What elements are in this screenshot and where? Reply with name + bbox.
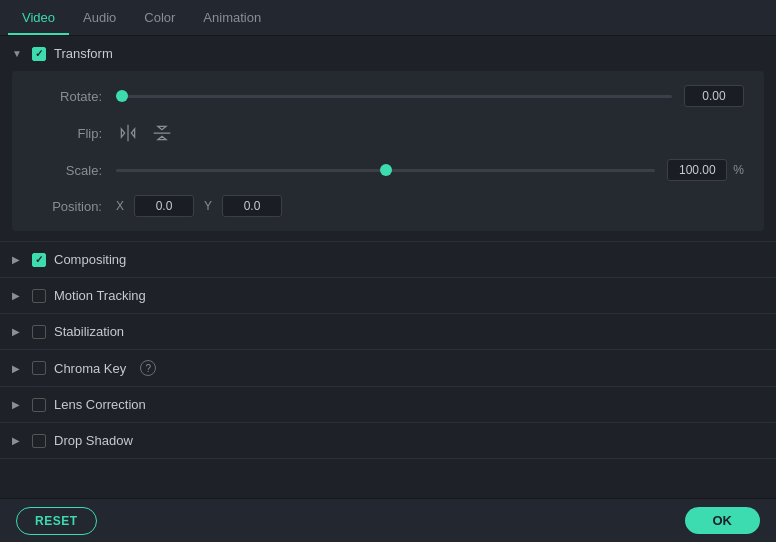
stabilization-header[interactable]: ▶ Stabilization (0, 314, 776, 349)
position-label: Position: (32, 199, 102, 214)
chroma-key-checkbox[interactable] (32, 361, 46, 375)
transform-header[interactable]: ▼ Transform (0, 36, 776, 71)
y-label: Y (204, 199, 212, 213)
drop-shadow-title: Drop Shadow (54, 433, 133, 448)
chroma-key-header[interactable]: ▶ Chroma Key ? (0, 350, 776, 386)
chroma-key-title: Chroma Key (54, 361, 126, 376)
rotate-slider-container (116, 95, 672, 98)
tab-audio[interactable]: Audio (69, 2, 130, 35)
rotate-value: 0.00 (684, 85, 744, 107)
lens-correction-checkbox[interactable] (32, 398, 46, 412)
rotate-slider[interactable] (116, 95, 672, 98)
flip-row: Flip: (32, 121, 744, 145)
ok-button[interactable]: OK (685, 507, 761, 534)
flip-horizontal-icon[interactable] (116, 121, 140, 145)
motion-tracking-title: Motion Tracking (54, 288, 146, 303)
scale-slider-container (116, 169, 655, 172)
position-x-input[interactable] (134, 195, 194, 217)
transform-checkbox[interactable] (32, 47, 46, 61)
flip-icons (116, 121, 174, 145)
compositing-header[interactable]: ▶ Compositing (0, 242, 776, 277)
compositing-arrow: ▶ (12, 254, 24, 265)
compositing-checkbox[interactable] (32, 253, 46, 267)
x-label: X (116, 199, 124, 213)
tab-bar: Video Audio Color Animation (0, 0, 776, 36)
lens-correction-title: Lens Correction (54, 397, 146, 412)
scale-value: 100.00 (667, 159, 727, 181)
tab-color[interactable]: Color (130, 2, 189, 35)
rotate-label: Rotate: (32, 89, 102, 104)
chroma-key-section: ▶ Chroma Key ? (0, 350, 776, 387)
transform-arrow: ▼ (12, 48, 24, 59)
drop-shadow-arrow: ▶ (12, 435, 24, 446)
position-y-input[interactable] (222, 195, 282, 217)
motion-tracking-header[interactable]: ▶ Motion Tracking (0, 278, 776, 313)
drop-shadow-section: ▶ Drop Shadow (0, 423, 776, 459)
transform-body: Rotate: 0.00 Flip: (12, 71, 764, 231)
chroma-key-help-icon[interactable]: ? (140, 360, 156, 376)
reset-button[interactable]: RESET (16, 507, 97, 535)
compositing-title: Compositing (54, 252, 126, 267)
main-content: ▼ Transform Rotate: 0.00 Flip: (0, 36, 776, 498)
transform-section: ▼ Transform Rotate: 0.00 Flip: (0, 36, 776, 242)
position-row: Position: X Y (32, 195, 744, 217)
motion-tracking-checkbox[interactable] (32, 289, 46, 303)
tab-video[interactable]: Video (8, 2, 69, 35)
motion-tracking-arrow: ▶ (12, 290, 24, 301)
stabilization-checkbox[interactable] (32, 325, 46, 339)
transform-title: Transform (54, 46, 113, 61)
lens-correction-arrow: ▶ (12, 399, 24, 410)
scale-label: Scale: (32, 163, 102, 178)
position-inputs: X Y (116, 195, 282, 217)
bottom-bar: RESET OK (0, 498, 776, 542)
drop-shadow-checkbox[interactable] (32, 434, 46, 448)
scale-unit: % (733, 163, 744, 177)
lens-correction-header[interactable]: ▶ Lens Correction (0, 387, 776, 422)
stabilization-arrow: ▶ (12, 326, 24, 337)
scale-row: Scale: 100.00 % (32, 159, 744, 181)
stabilization-section: ▶ Stabilization (0, 314, 776, 350)
compositing-section: ▶ Compositing (0, 242, 776, 278)
flip-vertical-icon[interactable] (150, 121, 174, 145)
motion-tracking-section: ▶ Motion Tracking (0, 278, 776, 314)
lens-correction-section: ▶ Lens Correction (0, 387, 776, 423)
flip-label: Flip: (32, 126, 102, 141)
scale-slider[interactable] (116, 169, 655, 172)
tab-animation[interactable]: Animation (189, 2, 275, 35)
drop-shadow-header[interactable]: ▶ Drop Shadow (0, 423, 776, 458)
chroma-key-arrow: ▶ (12, 363, 24, 374)
rotate-row: Rotate: 0.00 (32, 85, 744, 107)
stabilization-title: Stabilization (54, 324, 124, 339)
